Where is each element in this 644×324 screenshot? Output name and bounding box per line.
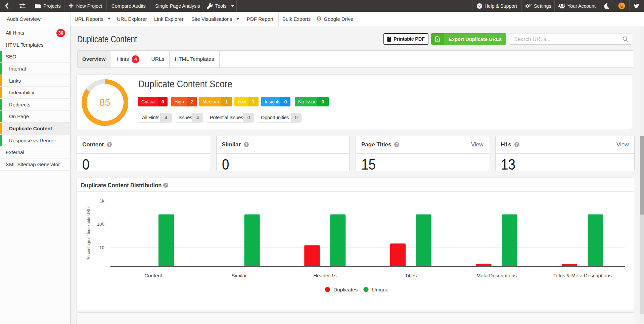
svg-text:Duplicates: Duplicates [333,287,358,292]
svg-text:100: 100 [97,222,104,227]
svg-text:Unique: Unique [372,287,388,292]
svg-text:Content: Content [144,273,162,278]
svg-text:1k: 1k [100,198,105,203]
svg-text:Percentage of Indexable URLs: Percentage of Indexable URLs [86,205,91,260]
svg-text:Meta Descriptions: Meta Descriptions [476,273,517,278]
svg-text:Header 1s: Header 1s [313,273,336,278]
svg-text:Titles: Titles [405,273,417,278]
svg-text:Titles & Meta Descriptions: Titles & Meta Descriptions [553,273,612,278]
svg-text:10: 10 [99,245,104,250]
svg-text:x: x [436,38,438,41]
svg-text:Similar: Similar [231,273,247,278]
svg-text:?: ? [478,4,481,8]
